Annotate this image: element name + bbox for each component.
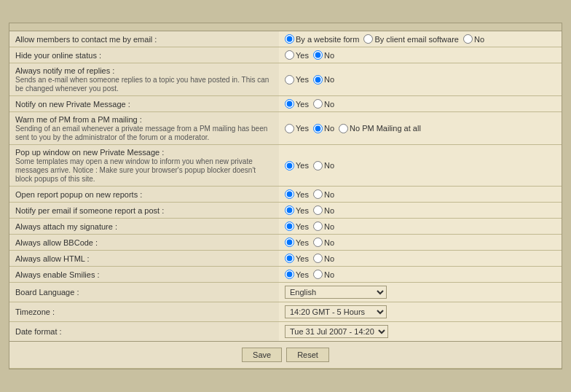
radio-group-popup-pm: YesNo (285, 161, 556, 170)
radio-label-attach-sig-0[interactable]: Yes (285, 222, 309, 231)
radio-input-enable-smilies-1[interactable] (313, 270, 323, 279)
table-row: Board Language :EnglishFrenchGermanSpani… (9, 283, 562, 302)
radio-input-attach-sig-0[interactable] (285, 222, 294, 231)
radio-group-report-popup: YesNo (285, 189, 556, 199)
radio-label-allow-html-0[interactable]: Yes (285, 254, 309, 263)
timezone-select[interactable]: 14:20 GMT - 5 Hours14:20 GMT - 4 Hours14… (285, 305, 387, 318)
control-cell-attach-sig: YesNo (279, 219, 562, 235)
radio-label-warn-pm-mailing-0[interactable]: Yes (285, 124, 309, 133)
radio-input-allow-bbcode-0[interactable] (285, 238, 294, 247)
radio-input-warn-pm-mailing-0[interactable] (285, 124, 294, 133)
radio-input-notify-replies-0[interactable] (285, 75, 294, 85)
radio-input-notify-replies-1[interactable] (313, 75, 323, 85)
row-label: Hide your online status : (15, 51, 101, 60)
radio-option-label: No (324, 270, 334, 279)
radio-group-notify-replies: YesNo (285, 75, 556, 85)
radio-group-allow-bbcode: YesNo (285, 238, 556, 247)
label-cell-notify-report: Notify per email if someone report a pos… (9, 203, 279, 219)
radio-group-notify-report: YesNo (285, 205, 556, 215)
radio-label-enable-smilies-0[interactable]: Yes (285, 270, 309, 279)
radio-input-contact-email-0[interactable] (285, 34, 294, 44)
radio-input-report-popup-1[interactable] (313, 189, 323, 199)
radio-label-allow-bbcode-0[interactable]: Yes (285, 238, 309, 247)
date-format-select[interactable]: Tue 31 Jul 2007 - 14:2031 Jul 20072007-0… (285, 325, 388, 338)
radio-option-label: No (324, 206, 334, 215)
preferences-panel: Allow members to contact me by email :By… (9, 23, 562, 369)
label-cell-contact-email: Allow members to contact me by email : (9, 31, 279, 47)
table-row: Always allow BBCode :YesNo (9, 235, 562, 251)
radio-label-popup-pm-1[interactable]: No (313, 161, 334, 170)
radio-group-allow-html: YesNo (285, 254, 556, 263)
board-language-select[interactable]: EnglishFrenchGermanSpanish (285, 286, 387, 299)
radio-option-label: No (324, 51, 334, 60)
radio-label-warn-pm-mailing-2[interactable]: No PM Mailing at all (339, 124, 421, 133)
radio-label-notify-report-1[interactable]: No (313, 205, 334, 215)
radio-input-notify-pm-1[interactable] (313, 99, 323, 109)
radio-input-warn-pm-mailing-1[interactable] (313, 124, 323, 133)
radio-option-label: No (324, 100, 334, 109)
radio-label-allow-bbcode-1[interactable]: No (313, 238, 334, 247)
radio-label-notify-replies-0[interactable]: Yes (285, 75, 309, 85)
radio-option-label: No PM Mailing at all (350, 124, 421, 133)
radio-label-enable-smilies-1[interactable]: No (313, 270, 334, 279)
label-cell-allow-bbcode: Always allow BBCode : (9, 235, 279, 251)
save-button[interactable]: Save (242, 348, 282, 362)
radio-input-contact-email-1[interactable] (363, 34, 373, 44)
label-cell-enable-smilies: Always enable Smilies : (9, 267, 279, 283)
label-cell-board-language: Board Language : (9, 283, 279, 302)
radio-option-label: No (324, 238, 334, 247)
label-cell-warn-pm-mailing: Warn me of PM from a PM mailing :Sending… (9, 112, 279, 145)
radio-label-online-status-0[interactable]: Yes (285, 50, 309, 60)
radio-input-popup-pm-1[interactable] (313, 161, 323, 170)
radio-input-allow-bbcode-1[interactable] (313, 238, 323, 247)
label-cell-popup-pm: Pop up window on new Private Message :So… (9, 145, 279, 187)
radio-label-allow-html-1[interactable]: No (313, 254, 334, 263)
row-label: Warn me of PM from a PM mailing : (15, 115, 142, 124)
control-cell-popup-pm: YesNo (279, 145, 562, 187)
radio-input-enable-smilies-0[interactable] (285, 270, 294, 279)
radio-input-allow-html-1[interactable] (313, 254, 323, 263)
radio-label-report-popup-0[interactable]: Yes (285, 189, 309, 199)
radio-option-label: No (324, 161, 334, 170)
row-label: Notify per email if someone report a pos… (15, 206, 164, 215)
radio-input-popup-pm-0[interactable] (285, 161, 294, 170)
radio-option-label: No (324, 124, 334, 133)
row-label: Always allow HTML : (15, 254, 90, 263)
control-cell-allow-html: YesNo (279, 251, 562, 267)
radio-input-online-status-1[interactable] (313, 50, 323, 60)
radio-label-contact-email-0[interactable]: By a website form (285, 34, 359, 44)
radio-input-notify-report-1[interactable] (313, 205, 323, 215)
radio-group-contact-email: By a website formBy client email softwar… (285, 34, 556, 44)
radio-label-report-popup-1[interactable]: No (313, 189, 334, 199)
radio-input-notify-report-0[interactable] (285, 205, 294, 215)
row-label: Always enable Smilies : (15, 270, 100, 279)
radio-option-label: By client email software (374, 35, 459, 44)
radio-group-warn-pm-mailing: YesNoNo PM Mailing at all (285, 124, 556, 133)
radio-input-allow-html-0[interactable] (285, 254, 294, 263)
radio-label-warn-pm-mailing-1[interactable]: No (313, 124, 334, 133)
table-row: Allow members to contact me by email :By… (9, 31, 562, 47)
control-cell-notify-pm: YesNo (279, 96, 562, 112)
radio-input-contact-email-2[interactable] (463, 34, 473, 44)
reset-button[interactable]: Reset (286, 348, 329, 362)
radio-input-warn-pm-mailing-2[interactable] (339, 124, 348, 133)
radio-input-attach-sig-1[interactable] (313, 222, 323, 231)
radio-label-contact-email-1[interactable]: By client email software (363, 34, 459, 44)
radio-label-notify-pm-0[interactable]: Yes (285, 99, 309, 109)
radio-label-notify-replies-1[interactable]: No (313, 75, 334, 85)
radio-input-report-popup-0[interactable] (285, 189, 294, 199)
control-cell-report-popup: YesNo (279, 187, 562, 203)
radio-option-label: Yes (296, 100, 309, 109)
table-row: Hide your online status :YesNo (9, 47, 562, 63)
radio-label-contact-email-2[interactable]: No (463, 34, 484, 44)
radio-label-online-status-1[interactable]: No (313, 50, 334, 60)
radio-group-attach-sig: YesNo (285, 222, 556, 231)
radio-input-notify-pm-0[interactable] (285, 99, 294, 109)
table-row: Date format :Tue 31 Jul 2007 - 14:2031 J… (9, 322, 562, 342)
row-label: Always attach my signature : (15, 222, 117, 231)
radio-label-notify-pm-1[interactable]: No (313, 99, 334, 109)
radio-label-notify-report-0[interactable]: Yes (285, 205, 309, 215)
radio-label-popup-pm-0[interactable]: Yes (285, 161, 309, 170)
radio-input-online-status-0[interactable] (285, 50, 294, 60)
radio-label-attach-sig-1[interactable]: No (313, 222, 334, 231)
